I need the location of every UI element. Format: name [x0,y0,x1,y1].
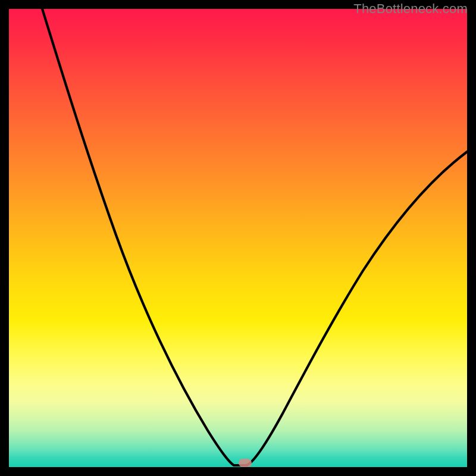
optimum-marker [239,459,252,467]
curve-path [42,9,467,465]
plot-area [9,9,467,467]
bottleneck-curve [9,9,467,467]
watermark-text: TheBottleneck.com [353,1,468,17]
chart-frame: TheBottleneck.com [0,0,476,476]
